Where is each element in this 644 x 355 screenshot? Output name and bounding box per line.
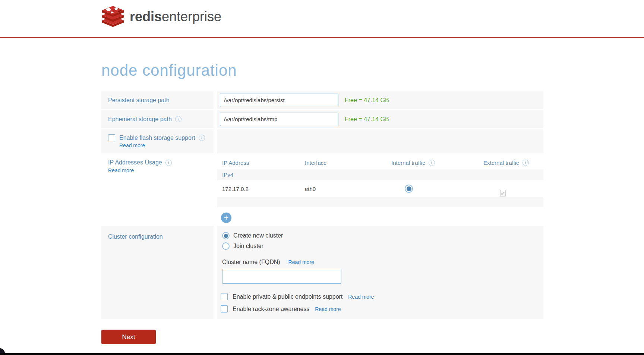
create-cluster-label: Create new cluster xyxy=(233,232,283,239)
header: redisenterprise xyxy=(0,0,644,38)
brand-redis: redis xyxy=(130,9,162,24)
create-cluster-option[interactable]: Create new cluster xyxy=(222,232,543,239)
flash-storage-group: Enable flash storage support i Read more xyxy=(108,134,205,148)
next-button[interactable]: Next xyxy=(101,330,156,344)
rack-zone-label: Enable rack-zone awareness xyxy=(233,306,309,312)
interface-column-header: Interface xyxy=(305,160,391,166)
cluster-name-label-line: Cluster name (FQDN) Read more xyxy=(222,259,543,266)
join-cluster-radio[interactable] xyxy=(222,242,230,250)
ip-usage-info-icon[interactable]: i xyxy=(165,160,172,166)
ipv4-group-header: IPv4 xyxy=(217,169,543,180)
rack-zone-row: Enable rack-zone awareness Read more xyxy=(222,305,543,312)
ip-usage-label-cell: IP Addresses Usage i Read more xyxy=(101,157,214,223)
flash-storage-checkbox-line: Enable flash storage support i xyxy=(108,134,205,141)
node-configuration-page: redisenterprise node configuration Persi… xyxy=(0,0,644,355)
ephemeral-free-space: Free = 47.14 GB xyxy=(345,116,389,123)
join-cluster-label: Join cluster xyxy=(233,243,263,249)
cluster-config-label-cell: Cluster configuration xyxy=(101,226,214,319)
ip-address-table: IP Address Interface Internal traffic i … xyxy=(217,157,543,223)
flash-storage-label: Enable flash storage support xyxy=(119,135,195,141)
persistent-storage-row: Persistent storage path Free = 47.14 GB xyxy=(101,91,543,109)
interface-value: eth0 xyxy=(305,186,391,192)
brand-enterprise: enterprise xyxy=(162,9,221,24)
redis-enterprise-logo: redisenterprise xyxy=(101,5,221,28)
endpoints-support-checkbox[interactable] xyxy=(221,293,228,300)
cluster-name-read-more-link[interactable]: Read more xyxy=(288,259,314,265)
cluster-name-input[interactable] xyxy=(222,269,341,284)
cluster-config-label: Cluster configuration xyxy=(108,233,163,240)
flash-storage-empty-cell xyxy=(217,129,543,153)
external-traffic-column-header: External traffic i xyxy=(483,160,543,166)
ephemeral-storage-input[interactable] xyxy=(220,113,338,126)
page-title: node configuration xyxy=(101,62,543,79)
internal-traffic-header-label: Internal traffic xyxy=(391,160,425,166)
flash-storage-label-cell: Enable flash storage support i Read more xyxy=(101,129,214,153)
flash-storage-row: Enable flash storage support i Read more xyxy=(101,129,543,153)
create-cluster-radio[interactable] xyxy=(222,232,230,239)
flash-storage-checkbox[interactable] xyxy=(108,134,115,141)
ephemeral-storage-field-cell: Free = 47.14 GB xyxy=(217,110,543,128)
ephemeral-storage-label-cell: Ephemeral storage path i xyxy=(101,110,214,128)
endpoints-support-row: Enable private & public endpoints suppor… xyxy=(222,293,543,300)
node-config-form: Persistent storage path Free = 47.14 GB … xyxy=(101,91,543,344)
persistent-storage-label-cell: Persistent storage path xyxy=(101,91,214,109)
persistent-storage-label: Persistent storage path xyxy=(108,97,170,104)
redis-cube-icon xyxy=(101,5,124,28)
brand-wordmark: redisenterprise xyxy=(130,9,221,25)
ephemeral-storage-row: Ephemeral storage path i Free = 47.14 GB xyxy=(101,110,543,128)
ip-table-header-row: IP Address Interface Internal traffic i … xyxy=(217,157,543,169)
persistent-storage-input[interactable] xyxy=(220,94,338,107)
ip-usage-label-line: IP Addresses Usage i xyxy=(108,159,214,166)
ip-table-row: 172.17.0.2 eth0 ✔ xyxy=(217,180,543,197)
external-traffic-info-icon[interactable]: i xyxy=(523,160,529,166)
flash-storage-info-icon[interactable]: i xyxy=(199,135,205,141)
internal-traffic-column-header: Internal traffic i xyxy=(391,160,483,166)
join-cluster-option[interactable]: Join cluster xyxy=(222,242,543,250)
footer-bar xyxy=(0,353,644,355)
rack-zone-checkbox[interactable] xyxy=(221,305,228,312)
ip-usage-label: IP Addresses Usage xyxy=(108,159,162,166)
persistent-storage-field-cell: Free = 47.14 GB xyxy=(217,91,543,109)
cluster-configuration-section: Cluster configuration Create new cluster… xyxy=(101,226,543,319)
internal-traffic-cell xyxy=(391,185,483,193)
cluster-name-label: Cluster name (FQDN) xyxy=(222,259,280,266)
ephemeral-storage-info-icon[interactable]: i xyxy=(175,116,181,122)
cluster-config-content: Create new cluster Join cluster Cluster … xyxy=(217,226,543,319)
footer-corner-shape xyxy=(0,348,5,354)
ip-address-value: 172.17.0.2 xyxy=(217,186,305,192)
ip-usage-read-more-link[interactable]: Read more xyxy=(108,167,134,173)
internal-traffic-radio[interactable] xyxy=(405,185,413,193)
add-ip-address-button[interactable]: + xyxy=(221,213,231,223)
ip-table-empty-row xyxy=(217,197,543,207)
endpoints-read-more-link[interactable]: Read more xyxy=(348,294,374,300)
external-traffic-cell: ✔ xyxy=(483,185,543,192)
external-traffic-checkbox: ✔ xyxy=(500,190,506,197)
ip-addresses-section: IP Addresses Usage i Read more IP Addres… xyxy=(101,157,543,223)
endpoints-support-label: Enable private & public endpoints suppor… xyxy=(233,293,342,300)
main-content: node configuration Persistent storage pa… xyxy=(101,62,543,344)
internal-traffic-info-icon[interactable]: i xyxy=(429,160,435,166)
ip-address-column-header: IP Address xyxy=(217,160,305,166)
rack-zone-read-more-link[interactable]: Read more xyxy=(315,306,341,312)
external-traffic-header-label: External traffic xyxy=(483,160,519,166)
ephemeral-storage-label: Ephemeral storage path xyxy=(108,116,172,123)
persistent-free-space: Free = 47.14 GB xyxy=(345,97,389,104)
flash-storage-read-more-link[interactable]: Read more xyxy=(119,142,205,148)
